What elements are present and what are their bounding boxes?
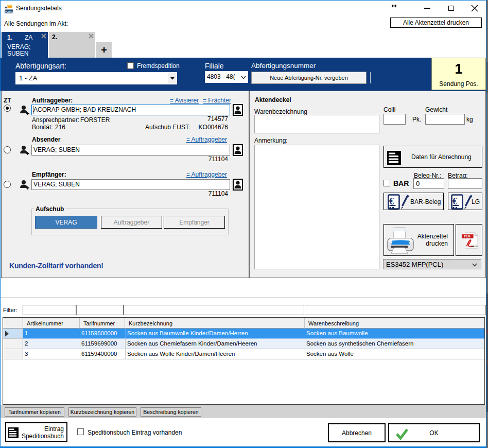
svg-text:VERAG: VERAG (5, 11, 14, 13)
svg-text:€: € (452, 196, 457, 206)
svg-text:€: € (389, 196, 394, 206)
svg-text:Adobe: Adobe (470, 245, 478, 248)
svg-text:PDF: PDF (464, 234, 472, 238)
